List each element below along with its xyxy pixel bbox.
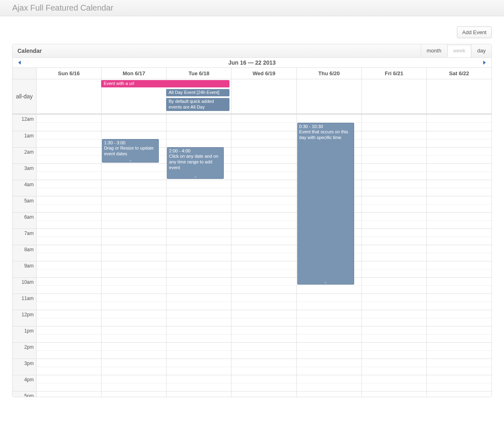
time-slot[interactable]	[231, 228, 296, 245]
day-header-sun[interactable]: Sun 6/16	[36, 68, 101, 79]
time-slot[interactable]	[361, 326, 426, 342]
time-slot[interactable]	[426, 375, 491, 391]
time-slot[interactable]	[426, 196, 491, 212]
time-slot[interactable]	[361, 163, 426, 180]
time-slot[interactable]	[231, 359, 296, 375]
time-slot[interactable]	[36, 196, 101, 212]
time-slot[interactable]	[36, 131, 101, 147]
time-slot[interactable]	[36, 163, 101, 180]
time-slot[interactable]	[426, 180, 491, 196]
time-slot[interactable]	[361, 245, 426, 261]
time-slot[interactable]	[361, 228, 426, 245]
time-slot[interactable]	[101, 196, 166, 212]
time-slot[interactable]	[426, 147, 491, 163]
day-header-tue[interactable]: Tue 6/18	[166, 68, 231, 79]
allday-cell[interactable]	[361, 79, 426, 113]
time-slot[interactable]	[231, 294, 296, 310]
time-slot[interactable]	[231, 212, 296, 228]
allday-cell[interactable]	[231, 79, 296, 113]
time-slot[interactable]	[361, 375, 426, 391]
day-header-wed[interactable]: Wed 6/19	[231, 68, 296, 79]
time-slot[interactable]	[36, 310, 101, 326]
time-slot[interactable]	[231, 391, 296, 397]
add-event-button[interactable]: Add Event	[457, 26, 492, 38]
time-slot[interactable]	[231, 375, 296, 391]
time-slot[interactable]	[101, 228, 166, 245]
time-slot[interactable]	[166, 115, 231, 131]
allday-cell[interactable]	[296, 79, 361, 113]
time-slot[interactable]	[361, 147, 426, 163]
time-slot[interactable]	[426, 277, 491, 294]
time-slot[interactable]	[166, 245, 231, 261]
next-week-button[interactable]	[479, 60, 489, 65]
time-slot[interactable]	[231, 131, 296, 147]
time-slot[interactable]	[166, 391, 231, 397]
time-slot[interactable]	[166, 342, 231, 359]
time-slot[interactable]	[426, 212, 491, 228]
time-slot[interactable]	[166, 212, 231, 228]
time-slot[interactable]	[361, 131, 426, 147]
allday-event[interactable]: By default quick added events are All Da…	[166, 98, 229, 111]
day-header-sat[interactable]: Sat 6/22	[426, 68, 491, 79]
tab-day[interactable]: day	[471, 44, 491, 57]
time-slot[interactable]	[36, 359, 101, 375]
time-slot[interactable]	[231, 261, 296, 277]
time-slot[interactable]	[36, 391, 101, 397]
time-slot[interactable]	[426, 228, 491, 245]
time-slot[interactable]	[426, 342, 491, 359]
time-slot[interactable]	[296, 391, 361, 397]
timed-event[interactable]: 1:30 - 3:00Drag or Resize to update even…	[102, 139, 159, 163]
tab-month[interactable]: month	[421, 44, 447, 57]
timed-event[interactable]: 0:30 - 10:30Event that occurs on this da…	[297, 123, 354, 285]
time-slot[interactable]	[296, 359, 361, 375]
time-slot[interactable]	[36, 277, 101, 294]
time-slot[interactable]	[296, 310, 361, 326]
time-slot[interactable]	[426, 294, 491, 310]
time-slot[interactable]	[361, 261, 426, 277]
time-slot[interactable]	[361, 359, 426, 375]
time-slot[interactable]	[101, 277, 166, 294]
time-slot[interactable]	[231, 115, 296, 131]
time-slot[interactable]	[231, 180, 296, 196]
time-slot[interactable]	[101, 359, 166, 375]
resize-handle[interactable]: =	[102, 159, 158, 162]
time-slot[interactable]	[361, 180, 426, 196]
timed-event[interactable]: 2:00 - 4:00Click on any date and on any …	[167, 147, 224, 179]
time-slot[interactable]	[426, 359, 491, 375]
allday-grid[interactable]: Event with a urlAll Day Event [24h Event…	[36, 79, 491, 113]
day-header-fri[interactable]: Fri 6/21	[361, 68, 426, 79]
time-slot[interactable]	[426, 245, 491, 261]
time-slot[interactable]	[361, 391, 426, 397]
time-slot[interactable]	[36, 180, 101, 196]
time-slot[interactable]	[101, 342, 166, 359]
time-slot[interactable]	[166, 310, 231, 326]
time-slot[interactable]	[166, 131, 231, 147]
time-slot[interactable]	[166, 326, 231, 342]
day-header-thu[interactable]: Thu 6/20	[296, 68, 361, 79]
time-slot[interactable]	[36, 228, 101, 245]
allday-event[interactable]: Event with a url	[101, 80, 229, 87]
time-slot[interactable]	[36, 342, 101, 359]
time-slot[interactable]	[231, 163, 296, 180]
time-slot[interactable]	[361, 294, 426, 310]
time-slot[interactable]	[166, 228, 231, 245]
time-slot[interactable]	[101, 115, 166, 131]
time-slot[interactable]	[231, 277, 296, 294]
time-slot[interactable]	[36, 326, 101, 342]
time-slot[interactable]	[361, 277, 426, 294]
time-slot[interactable]	[426, 115, 491, 131]
time-slot[interactable]	[101, 212, 166, 228]
resize-handle[interactable]: =	[167, 176, 223, 178]
prev-week-button[interactable]	[15, 60, 25, 65]
time-slot[interactable]	[36, 115, 101, 131]
time-slot[interactable]	[166, 196, 231, 212]
tab-week[interactable]: week	[447, 44, 471, 57]
time-slot[interactable]	[426, 326, 491, 342]
allday-event[interactable]: All Day Event [24h Event]	[166, 89, 229, 96]
time-slot[interactable]	[101, 261, 166, 277]
time-slot[interactable]	[296, 294, 361, 310]
time-slot[interactable]	[296, 326, 361, 342]
time-slot[interactable]	[101, 294, 166, 310]
time-slot[interactable]	[36, 212, 101, 228]
time-slot[interactable]	[231, 342, 296, 359]
